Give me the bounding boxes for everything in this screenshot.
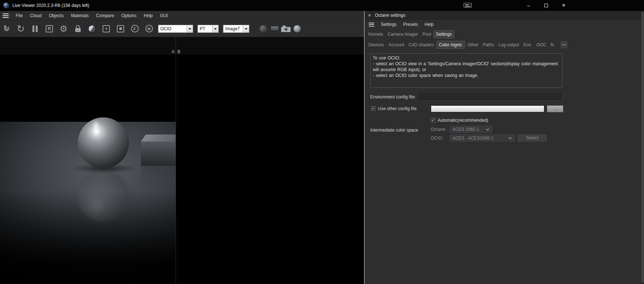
toolbar: ↻ ⚙ ↻ R ⚙ + F M xyxy=(0,20,364,37)
background-rect-icon[interactable] xyxy=(269,23,280,34)
kernel-combo[interactable]: PT xyxy=(198,25,219,33)
menu-objects[interactable]: Objects xyxy=(45,11,68,20)
tab-net[interactable]: N xyxy=(548,41,556,48)
ab-marker-a[interactable]: A xyxy=(172,49,175,54)
cube-reflection xyxy=(141,166,176,187)
menu-options[interactable]: Options xyxy=(118,11,140,20)
automatic-label: Automatic(recommended) xyxy=(438,118,488,123)
dropdown-arrow-icon xyxy=(509,136,512,139)
viewer-column: File Cloud Objects Materials Compare Opt… xyxy=(0,11,364,284)
ocio-label: OCIO: xyxy=(431,136,443,141)
tab-other[interactable]: Other xyxy=(465,41,480,48)
tab-log-output[interactable]: Log output xyxy=(496,41,521,48)
pass-sphere-icon[interactable] xyxy=(258,23,268,34)
region-add-icon[interactable]: + xyxy=(101,23,111,34)
minimize-button[interactable]: – xyxy=(520,0,537,11)
tab-ooc[interactable]: OOC xyxy=(534,41,548,48)
menu-cloud[interactable]: Cloud xyxy=(26,11,45,20)
panel-menu-presets[interactable]: Presets xyxy=(400,22,421,27)
keyboard-indicator-icon[interactable] xyxy=(464,3,472,8)
tab-kernels[interactable]: Kernels xyxy=(366,31,386,38)
panel-menu-bar: Settings Presets Help xyxy=(365,20,641,29)
color-mgmt-content: To use OCIO: - select an OCIO view in a … xyxy=(365,50,641,284)
menu-materials[interactable]: Materials xyxy=(67,11,92,20)
floor-fade xyxy=(0,190,176,284)
secondary-tab-bar: Devices Account C4D shaders Color mgmt. … xyxy=(365,39,641,50)
maximize-button[interactable] xyxy=(537,0,555,11)
dropdown-arrow-icon xyxy=(187,25,193,32)
refresh-render-icon[interactable]: ↻ xyxy=(16,23,26,34)
ocio-color-space-combo[interactable]: ACES - ACES2065-1 xyxy=(450,135,515,141)
ocio-info-line: - select an OCIO color space when saving… xyxy=(373,73,560,78)
dropdown-arrow-icon xyxy=(486,127,490,131)
window-controls: – × xyxy=(520,0,572,11)
main-menu-icon[interactable] xyxy=(3,13,9,18)
use-other-config-checkbox[interactable]: ✓ xyxy=(371,106,376,111)
lock-resolution-icon[interactable] xyxy=(73,23,83,34)
render-viewport[interactable]: A B xyxy=(0,37,364,284)
dropdown-arrow-icon xyxy=(212,25,218,32)
material-picker-icon[interactable]: M xyxy=(144,23,154,34)
restart-r-icon[interactable]: R xyxy=(44,23,54,34)
tab-paths[interactable]: Paths xyxy=(480,41,496,48)
render-sphere-icon[interactable] xyxy=(87,23,97,34)
material-sphere-icon[interactable] xyxy=(292,23,302,34)
menu-file[interactable]: File xyxy=(12,11,26,20)
focus-picker-icon[interactable]: F xyxy=(130,23,140,34)
ocio-info-line: - select an OCIO view in a 'Settings/Cam… xyxy=(373,61,560,73)
menu-compare[interactable]: Compare xyxy=(92,11,118,20)
tab-c4d-shaders[interactable]: C4D shaders xyxy=(406,41,436,48)
image-combo[interactable]: Image7 xyxy=(223,25,249,33)
menu-bar: File Cloud Objects Materials Compare Opt… xyxy=(0,11,364,20)
maximize-icon xyxy=(544,4,548,7)
ab-marker-b[interactable]: B xyxy=(177,49,180,54)
use-other-config-label: Use other config file xyxy=(378,106,417,111)
tab-env[interactable]: Env. xyxy=(521,41,534,48)
tab-scroll-button[interactable]: <> xyxy=(561,41,567,48)
primary-tab-bar: Kernels Camera Imager Post Settings xyxy=(365,29,641,39)
tab-camera-imager[interactable]: Camera Imager xyxy=(386,31,420,38)
select-button[interactable]: Select xyxy=(518,135,547,141)
tab-color-mgmt[interactable]: Color mgmt. xyxy=(436,41,465,49)
tab-settings[interactable]: Settings xyxy=(433,30,454,38)
ocio-view-combo[interactable]: OCIO xyxy=(158,25,193,33)
scene-sphere xyxy=(78,117,129,168)
dropdown-arrow-icon xyxy=(243,25,249,32)
ab-split-line[interactable] xyxy=(176,37,176,284)
octane-color-space-combo[interactable]: ACES 2065-1 xyxy=(450,126,492,133)
window-title: Live Viewer 2020.2.3-R6 (156 days left) xyxy=(12,3,89,8)
env-config-input[interactable] xyxy=(419,93,563,101)
app-icon xyxy=(3,3,9,8)
settings-gear-icon[interactable]: ⚙ xyxy=(58,23,69,34)
ocio-info-line: To use OCIO: xyxy=(373,55,560,61)
camera-snapshot-icon[interactable] xyxy=(281,23,291,34)
tab-devices[interactable]: Devices xyxy=(366,41,386,48)
render-side-a xyxy=(0,37,176,284)
panel-header: × Octane settings xyxy=(365,11,641,20)
tab-post[interactable]: Post xyxy=(420,31,433,38)
panel-menu-settings[interactable]: Settings xyxy=(377,22,400,27)
intermediate-color-space-label: Intermediate color space xyxy=(370,128,418,133)
other-config-input[interactable] xyxy=(431,105,544,112)
ocio-info-box: To use OCIO: - select an OCIO view in a … xyxy=(370,53,563,88)
panel-close-icon[interactable]: × xyxy=(366,12,373,18)
restart-render-icon[interactable]: ↻ ⚙ xyxy=(1,23,12,34)
panel-scrollbar[interactable] xyxy=(641,11,644,284)
pause-render-icon[interactable] xyxy=(30,23,40,34)
panel-title: Octane settings xyxy=(375,13,405,18)
panel-menu-help[interactable]: Help xyxy=(421,22,437,27)
close-button[interactable]: × xyxy=(555,0,572,11)
panel-menu-icon[interactable] xyxy=(369,23,374,27)
automatic-checkbox[interactable]: ✓ xyxy=(431,118,436,122)
env-config-label: Environment config file: xyxy=(370,94,416,100)
region-pick-icon[interactable] xyxy=(115,23,126,34)
scene-cube xyxy=(141,135,176,166)
octane-settings-panel: × Octane settings Settings Presets Help … xyxy=(365,11,641,284)
menu-gui[interactable]: GUI xyxy=(156,11,171,20)
browse-button[interactable]: ... xyxy=(547,105,563,112)
tab-account[interactable]: Account xyxy=(386,41,406,48)
menu-help[interactable]: Help xyxy=(140,11,157,20)
octane-label: Octane: xyxy=(431,127,446,132)
scrollbar-thumb[interactable] xyxy=(641,12,644,283)
